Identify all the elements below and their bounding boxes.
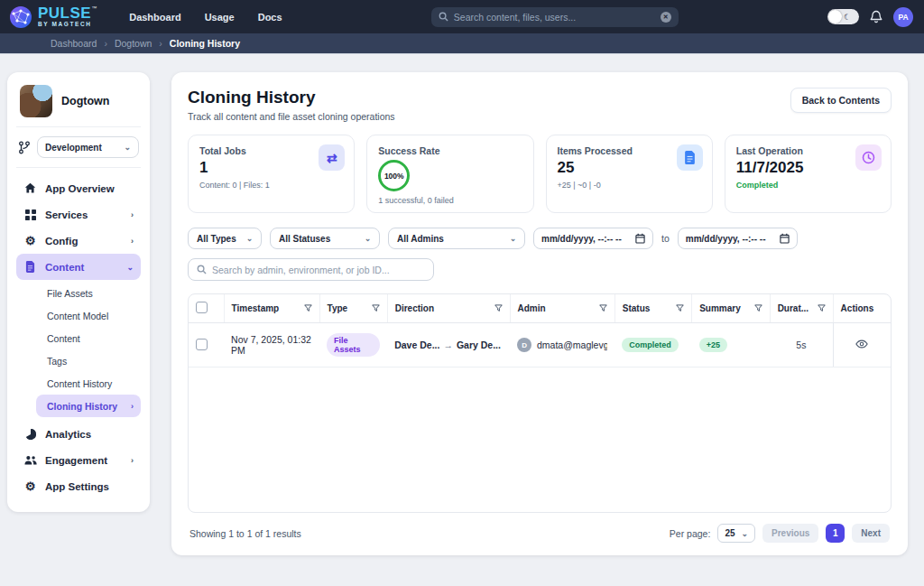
status-filter-value: All Statuses — [279, 234, 330, 244]
sidebar: Dogtown Development ⌄ App Overview — [7, 72, 150, 512]
type-filter-select[interactable]: All Types ⌄ — [188, 228, 262, 249]
cell-timestamp: Nov 7, 2025, 01:32 PM — [224, 323, 319, 367]
sidebar-item-label: Engagement — [45, 455, 107, 466]
admin-filter-value: All Admins — [397, 234, 444, 244]
view-details-eye-icon[interactable] — [855, 339, 868, 349]
swap-arrows-icon: ⇄ — [319, 144, 345, 171]
column-actions: Actions — [833, 294, 891, 323]
search-clear-icon[interactable]: ✕ — [661, 12, 671, 23]
results-count: Showing 1 to 1 of 1 results — [189, 528, 301, 539]
breadcrumb: Dashboard › Dogtown › Cloning History — [0, 33, 924, 54]
select-all-checkbox[interactable] — [196, 302, 208, 313]
sidebar-item-analytics[interactable]: Analytics — [16, 421, 141, 447]
workspace-name: Dogtown — [61, 95, 109, 107]
breadcrumb-current: Cloning History — [170, 38, 240, 49]
nav-link-docs[interactable]: Docs — [258, 12, 282, 23]
grid-icon — [23, 209, 37, 220]
sidebar-item-config[interactable]: ⚙ Config › — [16, 228, 141, 254]
date-from-value: mm/dd/yyyy, --:-- -- — [541, 234, 622, 244]
subitem-label: Content Model — [47, 311, 108, 321]
sidebar-item-engagement[interactable]: Engagement › — [16, 447, 141, 473]
page-number-button[interactable]: 1 — [826, 524, 845, 543]
sidebar-subitem-content-model[interactable]: Content Model — [16, 304, 141, 327]
sidebar-item-app-overview[interactable]: App Overview — [16, 175, 141, 201]
sidebar-item-app-settings[interactable]: ⚙ App Settings — [16, 473, 141, 499]
sidebar-subitem-cloning-history[interactable]: Cloning History › — [36, 395, 141, 417]
cell-actions — [833, 323, 891, 367]
sidebar-subitem-content[interactable]: Content — [16, 327, 141, 349]
subitem-label: File Assets — [47, 288, 93, 299]
nav-links: Dashboard Usage Docs — [129, 12, 282, 23]
previous-page-button[interactable]: Previous — [762, 524, 818, 543]
pie-chart-icon — [23, 429, 37, 440]
calendar-icon — [780, 233, 790, 244]
date-from-input[interactable]: mm/dd/yyyy, --:-- -- — [533, 228, 653, 249]
workspace-avatar — [20, 85, 52, 117]
globe-logo-icon — [9, 5, 32, 29]
filter-funnel-icon[interactable] — [599, 304, 607, 312]
gear-icon: ⚙ — [23, 480, 37, 492]
status-filter-select[interactable]: All Statuses ⌄ — [270, 228, 380, 249]
table-row: Nov 7, 2025, 01:32 PM File Assets Dave D… — [189, 323, 891, 367]
nav-link-usage[interactable]: Usage — [205, 12, 235, 23]
breadcrumb-dashboard[interactable]: Dashboard — [51, 38, 97, 49]
subitem-label: Tags — [47, 356, 67, 367]
home-icon — [23, 182, 37, 194]
sidebar-item-label: Services — [45, 209, 88, 220]
table-search-input[interactable] — [212, 265, 425, 275]
sidebar-nav: App Overview Services › ⚙ Config › Conte… — [16, 168, 141, 499]
global-search[interactable]: ✕ — [431, 7, 679, 27]
admin-email: dmata@maglevgam... — [537, 340, 607, 350]
filter-funnel-icon[interactable] — [372, 304, 380, 312]
filter-funnel-icon[interactable] — [494, 304, 503, 312]
environment-select[interactable]: Development ⌄ — [37, 136, 139, 158]
user-avatar[interactable]: PA — [893, 7, 913, 27]
table-header-row: Timestamp Type Direction Admin Status Su… — [189, 294, 891, 323]
document-icon — [677, 144, 703, 171]
sidebar-subitem-content-history[interactable]: Content History — [16, 372, 141, 395]
filter-funnel-icon[interactable] — [754, 304, 762, 312]
type-badge: File Assets — [327, 333, 380, 357]
per-page-select[interactable]: 25 ⌄ — [717, 524, 755, 543]
history-table: Timestamp Type Direction Admin Status Su… — [188, 293, 892, 513]
top-navbar: PULSE™ BY MAGTECH Dashboard Usage Docs ✕… — [0, 0, 924, 33]
app-logo[interactable]: PULSE™ BY MAGTECH — [9, 5, 97, 29]
logo-tm: ™ — [91, 5, 97, 11]
admin-filter-select[interactable]: All Admins ⌄ — [388, 228, 525, 249]
environment-row: Development ⌄ — [16, 127, 141, 168]
sidebar-item-label: App Overview — [45, 183, 115, 194]
next-page-button[interactable]: Next — [852, 524, 890, 543]
date-to-input[interactable]: mm/dd/yyyy, --:-- -- — [678, 228, 798, 249]
arrow-right-icon: → — [443, 340, 453, 350]
cell-type: File Assets — [319, 323, 387, 367]
workspace-header: Dogtown — [16, 83, 141, 127]
table-search[interactable] — [188, 258, 434, 281]
stat-detail: Completed — [736, 181, 880, 190]
toggle-knob — [828, 10, 842, 23]
bell-icon[interactable] — [870, 10, 882, 23]
filters-row: All Types ⌄ All Statuses ⌄ All Admins ⌄ … — [188, 228, 892, 249]
breadcrumb-separator: › — [159, 38, 162, 49]
chevron-down-icon: ⌄ — [126, 263, 134, 272]
column-label: Timestamp — [232, 303, 280, 313]
sidebar-item-services[interactable]: Services › — [16, 201, 141, 228]
filter-funnel-icon[interactable] — [818, 304, 826, 312]
filter-funnel-icon[interactable] — [676, 304, 684, 312]
filter-funnel-icon[interactable] — [304, 304, 312, 312]
breadcrumb-dogtown[interactable]: Dogtown — [115, 38, 152, 49]
page-title: Cloning History — [188, 88, 395, 107]
back-to-contents-button[interactable]: Back to Contents — [790, 88, 892, 113]
per-page-label: Per page: — [670, 528, 711, 539]
sidebar-subitem-tags[interactable]: Tags — [16, 349, 141, 372]
environment-value: Development — [45, 143, 102, 153]
sidebar-item-content[interactable]: Content ⌄ — [16, 254, 141, 280]
chevron-right-icon: › — [131, 402, 134, 411]
admin-avatar: D — [517, 338, 531, 352]
theme-toggle[interactable]: ☾ — [827, 9, 859, 24]
nav-link-dashboard[interactable]: Dashboard — [129, 12, 180, 23]
sidebar-subitem-file-assets[interactable]: File Assets — [16, 282, 141, 304]
global-search-input[interactable] — [454, 12, 655, 23]
column-label: Durat... — [778, 303, 808, 313]
stat-success-rate: Success Rate 100% 1 successful, 0 failed — [366, 135, 533, 213]
row-checkbox[interactable] — [196, 339, 208, 350]
